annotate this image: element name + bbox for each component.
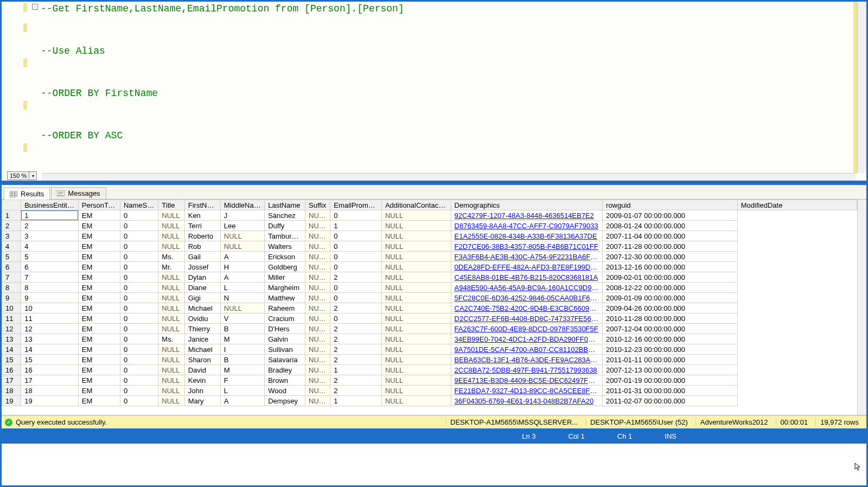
cell[interactable]: 2009-01-07 00:00:00.000 xyxy=(603,210,738,221)
col-header[interactable]: Demographics xyxy=(451,200,603,210)
cell[interactable]: 2 xyxy=(21,221,79,231)
cell[interactable]: 0 xyxy=(120,355,158,365)
cell[interactable]: Ken xyxy=(184,210,220,221)
zoom-dropdown-icon[interactable]: ▾ xyxy=(29,171,37,180)
cell[interactable]: 0 xyxy=(330,283,382,293)
cell[interactable]: 6 xyxy=(21,262,79,272)
cell[interactable]: J xyxy=(220,210,264,221)
cell[interactable]: 2007-01-19 00:00:00.000 xyxy=(603,375,738,386)
cell[interactable]: EM xyxy=(78,283,120,293)
cell[interactable]: Michael xyxy=(184,344,220,355)
cell[interactable]: D8763459-8AA8-47CC-AFF7-C9079AF79033 xyxy=(455,222,598,230)
cell[interactable]: NULL xyxy=(158,313,184,324)
cell[interactable]: 2 xyxy=(330,272,382,283)
cell-demographics-link[interactable]: C45E8AB8-01BE-4B76-B215-820C8368181A xyxy=(451,272,603,283)
col-header[interactable]: Suffix xyxy=(305,200,330,210)
cell[interactable]: Thierry xyxy=(184,324,220,334)
cell[interactable]: NULL xyxy=(381,272,451,283)
cell[interactable]: 1 xyxy=(330,221,382,231)
cell[interactable]: 2 xyxy=(330,334,382,344)
cell[interactable]: 0 xyxy=(120,293,158,303)
cell[interactable]: EM xyxy=(78,303,120,313)
cell-demographics-link[interactable]: 92C4279F-1207-48A3-8448-4636514EB7E2 xyxy=(451,210,603,221)
cell[interactable]: 12 xyxy=(21,324,79,334)
cell[interactable]: 14 xyxy=(21,344,79,355)
cell-demographics-link[interactable]: 34EB99E0-7042-4DC1-A2FD-BDA290FF0E07 xyxy=(451,334,603,344)
cell[interactable]: A xyxy=(220,272,264,283)
cell[interactable]: 2011-01-11 00:00:00.000 xyxy=(603,355,738,365)
cell[interactable]: V xyxy=(220,313,264,324)
cell[interactable]: NULL xyxy=(381,210,451,221)
cell[interactable]: 2008-12-22 00:00:00.000 xyxy=(603,283,738,293)
cell[interactable]: NULL xyxy=(381,293,451,303)
col-header[interactable]: LastName xyxy=(265,200,305,210)
cell[interactable]: 1 xyxy=(330,396,382,406)
cell[interactable]: 0 xyxy=(120,396,158,406)
cell[interactable]: Raheem xyxy=(265,303,305,313)
cell[interactable]: NULL xyxy=(381,252,451,262)
col-header[interactable]: FirstName xyxy=(184,200,220,210)
cell-demographics-link[interactable]: 2CC8BA72-5DBB-497F-B941-775517993638 xyxy=(451,365,603,375)
cell[interactable]: EM xyxy=(78,386,120,396)
cell[interactable]: NULL xyxy=(305,283,330,293)
cell[interactable]: 2009-02-01 00:00:00.000 xyxy=(603,272,738,283)
cell[interactable]: 2007-11-28 00:00:00.000 xyxy=(603,241,738,252)
cell[interactable]: EM xyxy=(78,210,120,221)
cell[interactable]: NULL xyxy=(381,396,451,406)
cell[interactable]: 4 xyxy=(21,241,79,252)
cell[interactable]: NULL xyxy=(381,334,451,344)
cell[interactable]: NULL xyxy=(158,365,184,375)
cell[interactable]: 2009-04-26 00:00:00.000 xyxy=(603,303,738,313)
cell[interactable]: 2013-12-16 00:00:00.000 xyxy=(603,262,738,272)
cell[interactable]: EM xyxy=(78,375,120,386)
cell[interactable]: Gigi xyxy=(184,293,220,303)
cell[interactable]: NULL xyxy=(158,355,184,365)
cell[interactable]: H xyxy=(220,262,264,272)
table-row[interactable]: 99EM0NULLGigiNMatthewNULL0NULL5FC28C0E-6… xyxy=(2,293,857,303)
cell[interactable]: 2 xyxy=(330,324,382,334)
cell[interactable]: NULL xyxy=(305,231,330,241)
col-header[interactable]: PersonType xyxy=(78,200,120,210)
cell[interactable]: NULL xyxy=(305,355,330,365)
cell[interactable]: Lee xyxy=(220,221,264,231)
cell[interactable]: EM xyxy=(78,344,120,355)
table-row[interactable]: 1818EM0NULLJohnLWoodNULL2NULLFE21BDA7-93… xyxy=(2,386,857,396)
cell-demographics-link[interactable]: F3A3F6B4-AE3B-430C-A754-9F2231BA6FEF xyxy=(451,252,603,262)
cell[interactable]: Salavaria xyxy=(265,355,305,365)
cell[interactable]: 0 xyxy=(120,324,158,334)
cell[interactable]: Roberto xyxy=(184,231,220,241)
cell[interactable]: Miller xyxy=(265,272,305,283)
table-row[interactable]: 1212EM0NULLThierryBD'HersNULL2NULLFA263C… xyxy=(2,324,857,334)
cell[interactable]: A xyxy=(220,396,264,406)
cell[interactable]: EM xyxy=(78,334,120,344)
cell[interactable]: EM xyxy=(78,324,120,334)
cell[interactable]: 2010-11-28 00:00:00.000 xyxy=(603,313,738,324)
editor-vscrollbar[interactable] xyxy=(857,2,866,173)
cell[interactable]: 10 xyxy=(21,303,79,313)
cell[interactable]: 5FC28C0E-6D36-4252-9846-05CAA0B1F6C5 xyxy=(455,294,599,302)
table-row[interactable]: 1111EM0NULLOvidiuVCraciumNULL0NULLD2CC25… xyxy=(2,313,857,324)
cell[interactable]: Michael xyxy=(184,303,220,313)
cell[interactable]: EM xyxy=(78,365,120,375)
cell[interactable]: 2010-12-16 00:00:00.000 xyxy=(603,334,738,344)
cell[interactable]: 0 xyxy=(120,252,158,262)
cell[interactable]: Tamburello xyxy=(265,231,305,241)
cell[interactable]: 2 xyxy=(330,303,382,313)
col-header[interactable]: rowguid xyxy=(603,200,738,210)
cell[interactable]: B xyxy=(220,355,264,365)
cell[interactable]: F3A3F6B4-AE3B-430C-A754-9F2231BA6FEF xyxy=(455,253,599,261)
cell[interactable]: 9EE4713E-B3D8-4409-BC5E-DEC62497F43A xyxy=(455,376,601,385)
cell[interactable]: 2008-01-24 00:00:00.000 xyxy=(603,221,738,231)
cell[interactable]: M xyxy=(220,365,264,375)
cell[interactable]: 92C4279F-1207-48A3-8448-4636514EB7E2 xyxy=(455,212,594,220)
cell[interactable]: NULL xyxy=(305,365,330,375)
cell[interactable]: NULL xyxy=(158,210,184,221)
cell-demographics-link[interactable]: D2CC2577-EF6B-4408-BD8C-747337FE5645 xyxy=(451,313,603,324)
table-row[interactable]: 77EM0NULLDylanAMillerNULL2NULLC45E8AB8-0… xyxy=(2,272,857,283)
cell[interactable]: NULL xyxy=(381,386,451,396)
cell[interactable]: 0 xyxy=(120,365,158,375)
cell[interactable]: Rob xyxy=(184,241,220,252)
cell[interactable]: 0 xyxy=(120,241,158,252)
cell[interactable]: NULL xyxy=(381,241,451,252)
cell[interactable]: NULL xyxy=(305,334,330,344)
